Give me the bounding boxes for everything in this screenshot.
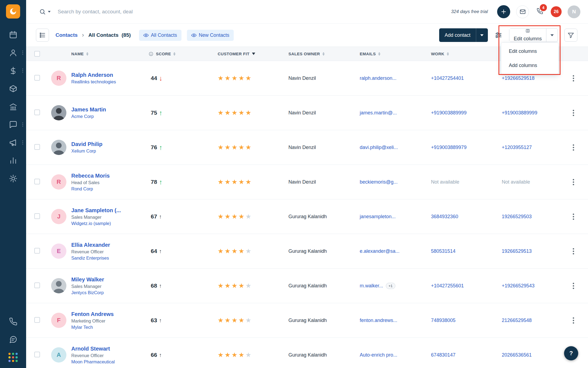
table-row[interactable]: James Martin Acme Corp 75 ↑ ★★★★★ Navin … (26, 96, 588, 130)
work-phone-link[interactable]: 748938005 (431, 318, 455, 323)
table-row[interactable]: A Arnold Stewart Revenue Officer Moon Ph… (26, 338, 588, 368)
row-kebab-menu[interactable] (573, 112, 574, 114)
sidebar-item-contacts[interactable] (0, 44, 26, 62)
contact-name-link[interactable]: Arnold Stewart (71, 346, 115, 352)
work-phone-link[interactable]: 3684932360 (431, 214, 458, 219)
email-link[interactable]: janesampleton... (360, 214, 396, 220)
row-checkbox[interactable] (34, 213, 40, 219)
view-chip-new-contacts[interactable]: New Contacts (187, 30, 234, 41)
sidebar-item-analytics[interactable] (0, 151, 26, 169)
email-link[interactable]: m.walker... (360, 283, 383, 289)
contact-company-link[interactable]: Sandiz Enterprises (71, 256, 110, 261)
row-checkbox[interactable] (34, 282, 40, 288)
contact-name-link[interactable]: Ralph Anderson (71, 72, 116, 78)
mobile-phone-link[interactable]: +1203955127 (502, 145, 532, 150)
email-link[interactable]: beckiemoris@g... (360, 179, 398, 185)
list-settings-button[interactable] (36, 29, 49, 42)
sort-icon[interactable] (447, 52, 449, 56)
column-header-emails[interactable]: EMAILS (347, 51, 418, 56)
column-header-work[interactable]: WORK (418, 51, 491, 56)
notifications-badge[interactable]: 26 (551, 6, 562, 17)
contact-company-link[interactable]: Moon Pharmaceutical (71, 359, 115, 364)
contact-avatar[interactable] (51, 278, 66, 293)
row-kebab-menu[interactable] (573, 181, 574, 183)
column-header-sales-owner[interactable]: SALES OWNER (275, 51, 347, 56)
work-phone-link[interactable]: Not available (431, 179, 459, 185)
mobile-phone-link[interactable]: 20266536561 (502, 352, 532, 358)
email-link[interactable]: Auto-enrich pro... (360, 352, 397, 358)
mobile-phone-link[interactable]: Not available (502, 179, 530, 185)
contact-avatar[interactable]: A (51, 347, 66, 363)
help-button[interactable]: ? (564, 346, 578, 360)
menu-item-edit-columns[interactable]: Edit columns (501, 44, 558, 58)
sidebar-item-calendar[interactable] (0, 26, 26, 44)
contact-company-link[interactable]: Acme Corp (71, 114, 106, 119)
view-chip-all-contacts[interactable]: All Contacts (139, 30, 181, 41)
edit-columns-button[interactable]: Edit columns (509, 28, 558, 42)
sidebar-item-products[interactable] (0, 80, 26, 98)
row-checkbox[interactable] (34, 75, 40, 81)
sort-icon[interactable] (322, 52, 325, 56)
select-all-checkbox[interactable] (34, 51, 40, 57)
sort-icon[interactable] (86, 52, 88, 56)
display-settings-button[interactable] (494, 31, 503, 39)
filter-button[interactable] (564, 29, 577, 42)
sidebar-item-settings[interactable] (0, 169, 26, 187)
work-phone-link[interactable]: +919003889999 (431, 110, 467, 115)
contact-company-link[interactable]: Widgetz.io (sample) (71, 221, 121, 226)
email-link[interactable]: ralph.anderson... (360, 75, 396, 81)
contact-avatar[interactable] (51, 105, 66, 120)
work-phone-link[interactable]: 580531514 (431, 248, 455, 254)
contact-company-link[interactable]: Mylar Tech (71, 325, 114, 330)
row-checkbox[interactable] (34, 317, 40, 323)
contact-avatar[interactable]: R (51, 71, 66, 86)
sidebar-item-apps[interactable] (0, 348, 26, 366)
row-kebab-menu[interactable] (573, 251, 574, 252)
sidebar-item-campaigns[interactable] (0, 133, 26, 151)
contact-avatar[interactable]: R (51, 174, 66, 190)
sidebar-item-conversations[interactable] (0, 115, 26, 133)
freshworks-logo[interactable] (6, 4, 20, 19)
work-phone-link[interactable]: +10427255601 (431, 283, 464, 288)
contact-name-link[interactable]: David Philip (71, 141, 102, 147)
email-extra-badge[interactable]: +1 (386, 283, 395, 289)
contact-avatar[interactable] (51, 140, 66, 155)
sidebar-item-chat-support[interactable] (0, 330, 26, 348)
table-row[interactable]: Miley Walker Sales Manager Jentycs BizCo… (26, 269, 588, 303)
row-checkbox[interactable] (34, 144, 40, 150)
mobile-phone-link[interactable]: +919003889999 (502, 110, 537, 115)
email-link[interactable]: james.martin@... (360, 110, 397, 116)
table-row[interactable]: F Fenton Andrews Marketing Officer Mylar… (26, 303, 588, 338)
mobile-phone-link[interactable]: 19266529513 (502, 248, 532, 254)
user-avatar[interactable]: N (568, 5, 580, 18)
breadcrumb-contacts-link[interactable]: Contacts (56, 32, 78, 38)
row-checkbox[interactable] (34, 179, 40, 184)
table-row[interactable]: David Philip Xelium Corp 76 ↑ ★★★★★ Navi… (26, 130, 588, 165)
add-contact-button[interactable]: Add contact (439, 28, 488, 42)
mobile-phone-link[interactable]: +19266529543 (502, 283, 535, 288)
contact-name-link[interactable]: Jane Sampleton (... (71, 207, 121, 214)
table-row[interactable]: R Rebecca Moris Head of Sales Rond Corp … (26, 165, 588, 199)
email-link[interactable]: davi.philip@xeli... (360, 145, 398, 150)
quick-add-button[interactable] (497, 5, 510, 18)
contact-avatar[interactable]: F (51, 313, 66, 328)
row-kebab-menu[interactable] (573, 216, 574, 217)
add-contact-dropdown-toggle[interactable] (476, 28, 488, 42)
sidebar-item-deals[interactable] (0, 62, 26, 80)
contact-company-link[interactable]: Reallinks technologies (71, 79, 116, 84)
global-search[interactable] (39, 8, 210, 15)
row-kebab-menu[interactable] (573, 320, 574, 321)
email-link[interactable]: e.alexander@sa... (360, 248, 399, 254)
contact-name-link[interactable]: Miley Walker (71, 276, 104, 283)
column-header-name[interactable]: NAME (50, 51, 145, 56)
edit-columns-dropdown-toggle[interactable] (546, 29, 558, 42)
mobile-phone-link[interactable]: 21266529548 (502, 318, 532, 323)
email-inbox-button[interactable] (516, 5, 529, 18)
work-phone-link[interactable]: 674830147 (431, 352, 455, 358)
table-row[interactable]: E Ellia Alexander Revenue Officer Sandiz… (26, 234, 588, 269)
contact-company-link[interactable]: Jentycs BizCorp (71, 290, 104, 295)
mobile-phone-link[interactable]: 19266529503 (502, 214, 532, 219)
sidebar-item-phone[interactable] (0, 312, 26, 330)
contact-avatar[interactable]: J (51, 209, 66, 224)
sidebar-item-accounts[interactable] (0, 98, 26, 115)
